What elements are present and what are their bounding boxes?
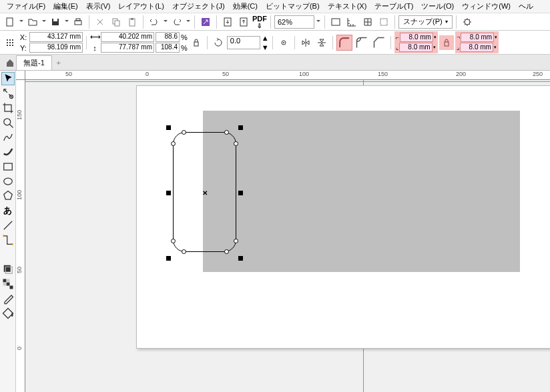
new-doc-dropdown[interactable]: [19, 20, 24, 24]
cut-button[interactable]: [93, 15, 107, 29]
mirror-v-button[interactable]: [314, 35, 329, 50]
zoom-dropdown[interactable]: [316, 20, 321, 24]
selection-center[interactable]: ✕: [202, 189, 208, 197]
menu-help[interactable]: ヘル: [515, 0, 537, 13]
scale-y-input[interactable]: 108.4: [156, 43, 180, 53]
ruler-tick: 150: [378, 71, 388, 77]
connector-tool[interactable]: [1, 233, 15, 247]
menu-text[interactable]: テキスト(X): [324, 0, 371, 13]
height-input[interactable]: 77.787 mm: [101, 43, 154, 53]
drop-shadow-tool[interactable]: [1, 263, 15, 276]
ellipse-tool[interactable]: [1, 175, 15, 188]
pick-tool[interactable]: [1, 72, 15, 85]
paste-button[interactable]: [125, 15, 140, 29]
corner-scallop-button[interactable]: [354, 35, 370, 51]
add-tab-button[interactable]: +: [52, 56, 65, 69]
corner-handle[interactable]: [182, 130, 186, 135]
menu-view[interactable]: 表示(V): [82, 0, 115, 13]
corner-br-input[interactable]: 8.0 mm: [460, 43, 493, 52]
selection-handle-tr[interactable]: [238, 125, 243, 130]
scale-x-input[interactable]: 88.6: [156, 32, 180, 42]
horizontal-guide[interactable]: [25, 81, 550, 82]
pdf-export-button[interactable]: PDF⇩: [252, 15, 267, 29]
gray-rectangle-object[interactable]: [203, 111, 520, 272]
new-doc-button[interactable]: [3, 15, 17, 29]
rectangle-tool[interactable]: [1, 160, 15, 173]
horizontal-ruler[interactable]: 50 0 50 100 150 200 250: [25, 71, 550, 80]
crop-tool[interactable]: [1, 101, 15, 115]
zoom-tool[interactable]: [1, 116, 15, 129]
y-input[interactable]: 98.109 mm: [29, 43, 83, 53]
copy-button[interactable]: [109, 15, 123, 29]
redo-dropdown[interactable]: [186, 20, 191, 24]
grid-button[interactable]: [360, 15, 375, 29]
corner-handle[interactable]: [234, 141, 238, 146]
mirror-h-button[interactable]: [298, 35, 313, 50]
menu-effect[interactable]: 効果(C): [229, 0, 262, 13]
menu-tool[interactable]: ツール(O): [417, 0, 458, 13]
document-tab[interactable]: 無題-1: [16, 55, 52, 70]
export-button[interactable]: [236, 15, 251, 29]
print-button[interactable]: [71, 15, 85, 29]
eyedropper-tool[interactable]: [1, 292, 15, 305]
home-button[interactable]: [3, 55, 17, 70]
rotation-input[interactable]: 0.0: [227, 36, 260, 49]
x-input[interactable]: 43.127 mm: [29, 32, 83, 42]
corner-handle[interactable]: [224, 249, 229, 254]
save-button[interactable]: [48, 15, 63, 29]
corner-bl-input[interactable]: 8.0 mm: [399, 43, 433, 52]
open-dropdown[interactable]: [41, 20, 47, 24]
rotation-spinner[interactable]: ▲▼: [262, 34, 269, 51]
shape-tool[interactable]: [1, 87, 15, 100]
canvas-area[interactable]: 50 0 50 100 150 200 250 150 100 50 0 ✕: [16, 71, 550, 392]
options-button[interactable]: [460, 15, 475, 29]
menu-file[interactable]: ファイル(F): [3, 0, 49, 13]
parallel-dim-tool[interactable]: [1, 219, 15, 232]
corner-handle[interactable]: [234, 239, 238, 243]
percent-label: %: [181, 33, 188, 41]
selection-handle-tl[interactable]: [166, 125, 171, 130]
corner-tr-input[interactable]: 8.0 mm: [461, 33, 494, 42]
redo-button[interactable]: [170, 15, 184, 29]
lock-ratio-button[interactable]: [189, 35, 204, 50]
zoom-input[interactable]: 62%: [274, 15, 314, 29]
menu-edit[interactable]: 編集(E): [49, 0, 82, 13]
corner-lock-button[interactable]: [439, 35, 454, 50]
menu-table[interactable]: テーブル(T): [370, 0, 417, 13]
fill-tool[interactable]: [1, 307, 15, 320]
undo-button[interactable]: [147, 15, 162, 29]
text-tool[interactable]: あ: [1, 204, 15, 217]
ruler-corner[interactable]: [16, 71, 25, 80]
corner-handle[interactable]: [224, 130, 229, 135]
transparency-tool[interactable]: [1, 277, 15, 291]
menu-layout[interactable]: レイアウト(L): [114, 0, 168, 13]
presets-icon[interactable]: [3, 35, 17, 50]
menu-object[interactable]: オブジェクト(J): [168, 0, 229, 13]
selection-handle-mr[interactable]: [238, 191, 243, 195]
artistic-tool[interactable]: [1, 145, 15, 159]
selection-handle-br[interactable]: [238, 256, 243, 261]
menu-bitmap[interactable]: ビットマップ(B): [262, 0, 324, 13]
undo-dropdown[interactable]: [163, 20, 168, 24]
save-dropdown[interactable]: [64, 20, 69, 24]
corner-round-button[interactable]: [336, 35, 352, 51]
corner-handle[interactable]: [171, 141, 176, 146]
corner-handle[interactable]: [182, 249, 186, 254]
selection-handle-bl[interactable]: [166, 256, 171, 261]
selection-handle-ml[interactable]: [166, 191, 171, 195]
rulers-button[interactable]: [344, 15, 359, 29]
fullscreen-button[interactable]: [328, 15, 343, 29]
snap-button[interactable]: スナップ(P)▾: [398, 15, 453, 29]
freehand-tool[interactable]: [1, 131, 15, 144]
menu-window[interactable]: ウィンドウ(W): [458, 0, 515, 13]
corner-handle[interactable]: [171, 239, 176, 243]
import-button[interactable]: [220, 15, 235, 29]
guides-button[interactable]: [376, 15, 391, 29]
open-button[interactable]: [25, 15, 40, 29]
corner-tl-input[interactable]: 8.0 mm: [400, 33, 433, 42]
corner-chamfer-button[interactable]: [371, 35, 387, 51]
search-button[interactable]: [198, 15, 213, 29]
vertical-ruler[interactable]: 150 100 50 0: [16, 80, 25, 392]
polygon-tool[interactable]: [1, 189, 15, 203]
width-input[interactable]: 40.202 mm: [101, 32, 154, 42]
